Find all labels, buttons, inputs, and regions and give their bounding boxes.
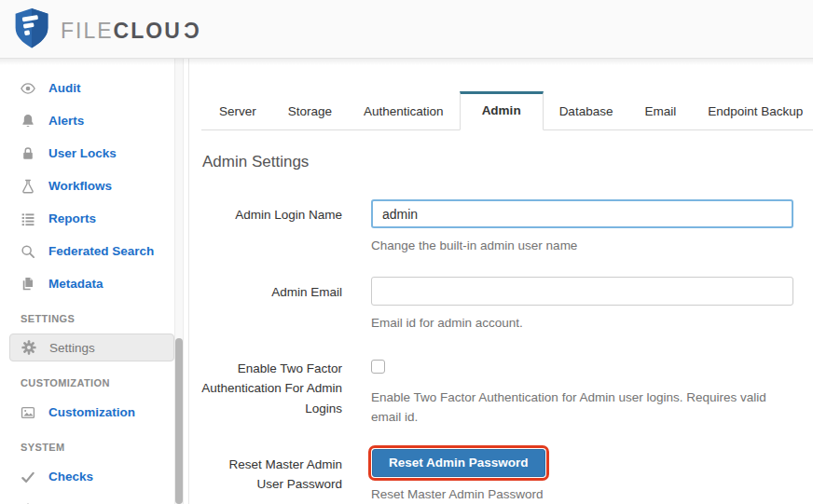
sidebar-item-label: Checks xyxy=(48,470,93,484)
sidebar-item-checks[interactable]: Checks xyxy=(0,460,174,493)
tab-authentication[interactable]: Authentication xyxy=(348,92,460,129)
admin-login-name-label: Admin Login Name xyxy=(201,199,342,256)
sidebar-item-label: Federated Search xyxy=(48,244,154,258)
sidebar-item-label: User Locks xyxy=(48,146,117,160)
brand-cloud-text: CLOU xyxy=(114,19,182,43)
two-factor-help: Enable Two Factor Authentication for Adm… xyxy=(371,388,793,428)
filecloud-shield-icon xyxy=(13,7,50,52)
admin-email-input[interactable] xyxy=(371,277,793,306)
sidebar-scrollbar-thumb[interactable] xyxy=(175,338,183,504)
brand-letter-d-reversed: C xyxy=(182,20,200,42)
sidebar-item-metadata[interactable]: Metadata xyxy=(0,267,174,300)
tab-storage[interactable]: Storage xyxy=(272,92,348,129)
tab-admin[interactable]: Admin xyxy=(460,91,544,130)
gear-icon xyxy=(21,339,37,356)
two-factor-label: Enable Two Factor Authentication For Adm… xyxy=(201,359,342,428)
sidebar-item-settings[interactable]: Settings xyxy=(9,334,174,361)
settings-panel: Server Storage Authentication Admin Data… xyxy=(188,59,813,504)
tab-server[interactable]: Server xyxy=(203,92,272,129)
form-row-admin-email: Admin Email Email id for admin account. xyxy=(201,277,813,334)
reset-admin-password-button[interactable]: Reset Admin Password xyxy=(372,449,545,477)
admin-login-name-input[interactable] xyxy=(371,199,793,228)
tab-database[interactable]: Database xyxy=(544,92,629,129)
sidebar-item-upgrade[interactable]: Upgrade xyxy=(0,493,174,504)
image-icon xyxy=(20,404,36,421)
admin-email-help: Email id for admin account. xyxy=(371,314,793,334)
sidebar-item-label: Audit xyxy=(48,81,81,95)
admin-email-label: Admin Email xyxy=(201,277,342,334)
sidebar-nav: Audit Alerts User Locks Workflows Report xyxy=(0,59,174,504)
eye-icon xyxy=(20,80,36,97)
brand-file-text: FILE xyxy=(61,19,114,43)
search-icon xyxy=(20,243,36,260)
sidebar-item-label: Customization xyxy=(48,405,135,419)
brand-name: FILECLOUC xyxy=(61,20,199,42)
sidebar-item-label: Reports xyxy=(48,211,96,225)
form-row-reset-password: Reset Master Admin User Password Reset A… xyxy=(201,446,813,504)
bell-icon xyxy=(20,113,36,129)
sidebar-item-label: Settings xyxy=(49,341,95,355)
sidebar-item-label: Workflows xyxy=(48,179,112,193)
sidebar-item-customization[interactable]: Customization xyxy=(0,396,174,429)
check-icon xyxy=(20,469,36,485)
sidebar-section-settings: SETTINGS xyxy=(0,300,174,332)
sidebar-item-workflows[interactable]: Workflows xyxy=(0,170,174,202)
reset-password-help: Reset Master Admin Password xyxy=(371,485,793,504)
sidebar-section-customization: CUSTOMIZATION xyxy=(0,364,174,396)
flask-icon xyxy=(20,178,36,195)
app-header: FILECLOUC xyxy=(0,0,813,59)
filecloud-logo[interactable]: FILECLOUC xyxy=(13,7,199,52)
lock-icon xyxy=(20,145,36,162)
reset-password-label: Reset Master Admin User Password xyxy=(201,446,342,504)
tab-endpoint-backup[interactable]: Endpoint Backup xyxy=(692,92,813,129)
admin-settings-form: Admin Login Name Change the built-in adm… xyxy=(201,199,813,504)
tab-email[interactable]: Email xyxy=(628,92,692,129)
form-row-admin-login-name: Admin Login Name Change the built-in adm… xyxy=(201,199,813,256)
sidebar-item-label: Metadata xyxy=(48,277,103,291)
two-factor-checkbox[interactable] xyxy=(371,360,385,374)
sidebar-item-audit[interactable]: Audit xyxy=(0,72,174,104)
sidebar-item-alerts[interactable]: Alerts xyxy=(0,104,174,137)
settings-tab-bar: Server Storage Authentication Admin Data… xyxy=(201,91,813,130)
sidebar-item-federated-search[interactable]: Federated Search xyxy=(0,235,174,267)
pages-icon xyxy=(20,276,36,293)
sidebar-section-system: SYSTEM xyxy=(0,429,174,460)
sidebar-item-user-locks[interactable]: User Locks xyxy=(0,137,174,170)
admin-login-name-help: Change the built-in admin user name xyxy=(371,237,793,256)
page-title: Admin Settings xyxy=(202,153,813,171)
sidebar-item-reports[interactable]: Reports xyxy=(0,202,174,235)
sidebar-item-label: Alerts xyxy=(48,114,84,128)
arrow-up-icon xyxy=(20,501,36,504)
list-icon xyxy=(20,211,36,227)
form-row-two-factor: Enable Two Factor Authentication For Adm… xyxy=(201,359,813,428)
app-window: FILECLOUC Audit Alerts User Locks xyxy=(0,0,813,504)
